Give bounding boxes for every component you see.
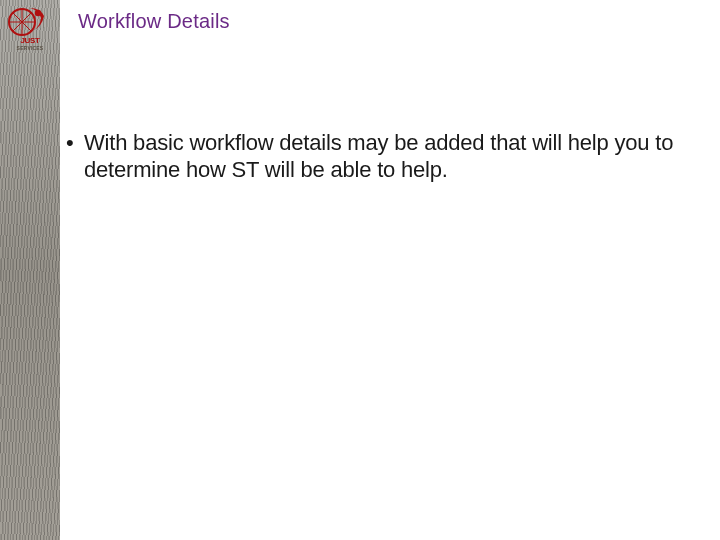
brand-logo: JUST SERVICES (4, 2, 56, 54)
svg-point-5 (35, 10, 41, 16)
logo-mark-icon (8, 5, 52, 39)
logo-text: JUST (20, 37, 39, 45)
slide-body: • With basic workflow details may be add… (66, 130, 690, 184)
logo-subtext: SERVICES (17, 45, 44, 51)
slide-title: Workflow Details (78, 10, 230, 33)
bullet-text: With basic workflow details may be added… (84, 130, 690, 184)
bullet-item: • With basic workflow details may be add… (66, 130, 690, 184)
bullet-dot-icon: • (66, 130, 84, 157)
sidebar-texture (0, 0, 60, 540)
